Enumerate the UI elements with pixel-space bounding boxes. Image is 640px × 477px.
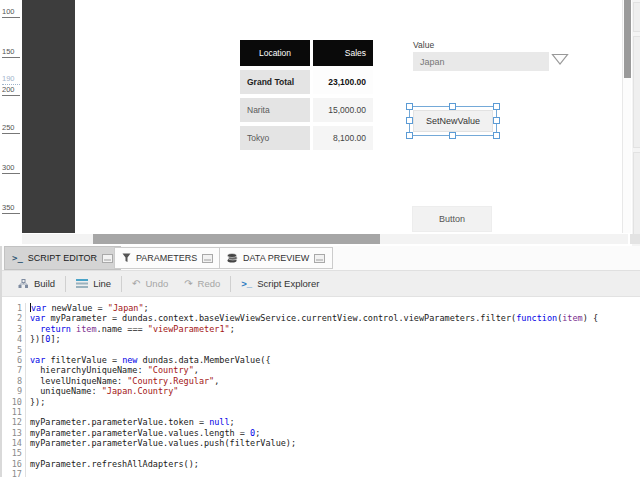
- dock-tab-bar: >_ SCRIPT EDITOR PARAMETERS DATA PREVIEW: [2, 246, 640, 270]
- code-token: newValue =: [46, 303, 107, 313]
- line-number: 16: [2, 459, 22, 469]
- code-line[interactable]: myParameter.parameterValue.values.length…: [30, 428, 640, 438]
- code-line[interactable]: myParameter.refreshAllAdapters();: [30, 459, 640, 469]
- table-row-label[interactable]: Narita: [240, 98, 310, 122]
- tab-data-preview[interactable]: DATA PREVIEW: [219, 247, 333, 269]
- build-button[interactable]: Build: [10, 270, 63, 297]
- code-token: ,: [214, 376, 219, 386]
- ruler-mark: 200: [2, 85, 20, 96]
- table-header-sales[interactable]: Sales: [313, 40, 373, 66]
- code-line[interactable]: });: [30, 397, 640, 407]
- code-line[interactable]: hierarchyUniqueName: "Country",: [30, 365, 640, 375]
- tab-parameters[interactable]: PARAMETERS: [114, 247, 221, 269]
- resize-handle-e[interactable]: [493, 117, 500, 124]
- horizontal-scrollbar-thumb[interactable]: [93, 234, 380, 244]
- button-control[interactable]: Button: [412, 206, 492, 232]
- code-line[interactable]: var newValue = "Japan";: [30, 303, 640, 313]
- resize-handle-w[interactable]: [406, 117, 413, 124]
- table-cell-value[interactable]: 15,000.00: [313, 98, 373, 122]
- code-token: var: [30, 355, 45, 365]
- code-token: ;: [230, 417, 235, 427]
- undo-icon: ↶: [132, 278, 140, 289]
- design-canvas: 100 150 190 200 250 300 350 Location Sal…: [0, 0, 640, 246]
- code-token: dundas.data.MemberValue({: [137, 355, 270, 365]
- line-label: Line: [93, 278, 111, 289]
- code-token: myParameter.refreshAllAdapters();: [30, 459, 199, 469]
- collapsed-side-panel[interactable]: [22, 0, 75, 233]
- vertical-scrollbar-thumb[interactable]: [624, 0, 631, 78]
- script-toolbar: Build Line ↶ Undo ↷ Redo >_ Script Explo…: [2, 270, 640, 297]
- code-token: myParameter.parameterValue.values.push(f…: [30, 438, 296, 448]
- code-token: "Country": [148, 365, 194, 375]
- table-row-label[interactable]: Tokyo: [240, 126, 310, 150]
- resize-handle-n[interactable]: [449, 103, 456, 110]
- resize-handle-s[interactable]: [449, 132, 456, 139]
- code-line[interactable]: [30, 345, 640, 355]
- editor-code[interactable]: var newValue = "Japan";var myParameter =…: [26, 303, 640, 477]
- code-line[interactable]: [30, 407, 640, 417]
- code-token: .name ===: [97, 324, 148, 334]
- button-control-label: Button: [439, 214, 465, 224]
- code-line[interactable]: return item.name === "viewParameter1";: [30, 324, 640, 334]
- code-token: "Japan.Country": [102, 386, 179, 396]
- line-number: 10: [2, 397, 22, 407]
- code-line[interactable]: myParameter.parameterValue.token = null;: [30, 417, 640, 427]
- popout-window-icon[interactable]: [314, 254, 325, 263]
- tab-script-editor[interactable]: >_ SCRIPT EDITOR: [4, 246, 121, 270]
- table-row-label[interactable]: Grand Total: [240, 70, 310, 94]
- code-token: ;: [230, 324, 235, 334]
- sales-table: Location Sales Grand Total 23,100.00 Nar…: [240, 40, 373, 150]
- code-token: myParameter.parameterValue.values.length…: [30, 428, 250, 438]
- code-line[interactable]: levelUniqueName: "Country.Regular",: [30, 376, 640, 386]
- ruler-mark: 250: [2, 123, 20, 134]
- toolbar-separator: [65, 276, 66, 292]
- script-explorer-button[interactable]: >_ Script Explorer: [233, 270, 327, 297]
- line-number: 13: [2, 428, 22, 438]
- right-edge-panel: [632, 0, 640, 246]
- vertical-scrollbar[interactable]: [622, 0, 631, 233]
- set-new-value-button[interactable]: SetNewValue: [413, 110, 493, 132]
- resize-handle-sw[interactable]: [406, 132, 413, 139]
- dropdown-arrow-icon[interactable]: [551, 53, 569, 66]
- resize-handle-nw[interactable]: [406, 103, 413, 110]
- database-icon: [227, 253, 238, 263]
- code-token: ,: [194, 365, 199, 375]
- parameter-combo-box[interactable]: Japan: [413, 52, 549, 71]
- code-token: ;: [144, 303, 149, 313]
- code-token: ;: [255, 428, 260, 438]
- code-line[interactable]: var myParameter = dundas.context.baseVie…: [30, 313, 640, 323]
- code-editor[interactable]: 1234567891011121314151617 var newValue =…: [2, 298, 640, 477]
- line-number: 1: [2, 303, 22, 313]
- line-number: 2: [2, 313, 22, 323]
- table-header-location[interactable]: Location: [240, 40, 310, 66]
- undo-button[interactable]: ↶ Undo: [124, 270, 176, 297]
- tab-label: DATA PREVIEW: [243, 253, 309, 263]
- line-icon: [76, 279, 88, 288]
- right-edge-box: [633, 36, 640, 148]
- code-line[interactable]: [30, 448, 640, 458]
- resize-handle-ne[interactable]: [493, 103, 500, 110]
- code-line[interactable]: [30, 469, 640, 477]
- code-token: item: [76, 324, 96, 334]
- undo-label: Undo: [145, 278, 168, 289]
- ruler-mark: 300: [2, 163, 20, 174]
- resize-handle-se[interactable]: [493, 132, 500, 139]
- script-explorer-icon: >_: [241, 278, 252, 289]
- script-icon: >_: [12, 253, 23, 263]
- code-token: return: [40, 324, 71, 334]
- code-line[interactable]: var filterValue = new dundas.data.Member…: [30, 355, 640, 365]
- code-line[interactable]: myParameter.parameterValue.values.push(f…: [30, 438, 640, 448]
- line-button[interactable]: Line: [68, 270, 119, 297]
- code-line[interactable]: })[0];: [30, 334, 640, 344]
- horizontal-scrollbar[interactable]: [22, 234, 628, 244]
- table-cell-value[interactable]: 8,100.00: [313, 126, 373, 150]
- table-cell-value[interactable]: 23,100.00: [313, 70, 373, 94]
- scrollbar-corner: [630, 234, 640, 244]
- code-token: new: [122, 355, 137, 365]
- popout-window-icon[interactable]: [102, 254, 113, 263]
- redo-button[interactable]: ↷ Redo: [176, 270, 228, 297]
- popout-window-icon[interactable]: [202, 254, 213, 263]
- code-line[interactable]: uniqueName: "Japan.Country": [30, 386, 640, 396]
- line-number: 5: [2, 345, 22, 355]
- parameter-label: Value: [413, 40, 434, 50]
